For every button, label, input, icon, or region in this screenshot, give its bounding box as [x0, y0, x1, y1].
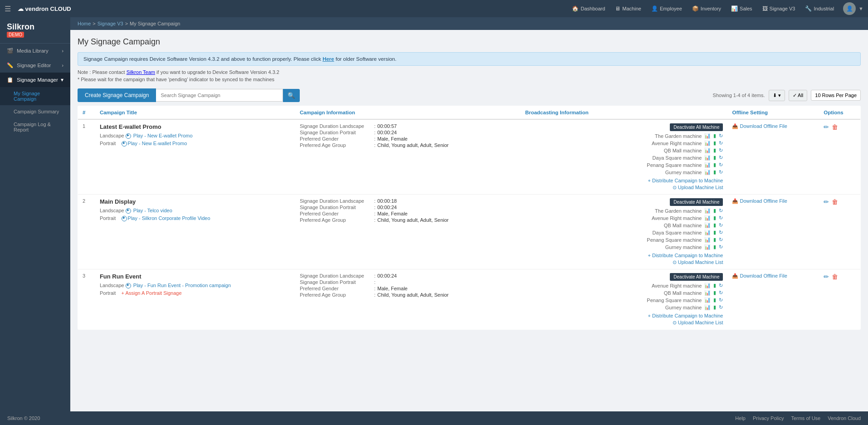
showing-text: Showing 1-4 of 4 items. — [713, 93, 765, 98]
sidebar-item-campaign-log-report[interactable]: Campaign Log & Report — [0, 118, 70, 136]
machine-status-icon: ▮ — [713, 237, 716, 243]
create-signage-campaign-button[interactable]: Create Signage Campaign — [78, 88, 156, 102]
machine-refresh-icon[interactable]: ↻ — [719, 147, 723, 153]
machine-bar-icon[interactable]: 📊 — [704, 304, 711, 310]
machine-bar-icon[interactable]: 📊 — [704, 147, 711, 153]
delete-button[interactable]: 🗑 — [832, 123, 838, 131]
machine-bar-icon[interactable]: 📊 — [704, 237, 711, 243]
nav-inventory[interactable]: 📦 Inventory — [688, 4, 725, 14]
edit-button[interactable]: ✏ — [824, 123, 829, 131]
play-landscape-link[interactable]: Play - Telco video — [133, 208, 172, 213]
machine-row: QB Mall machine 📊 ▮ ↻ — [525, 147, 723, 153]
machine-bar-icon[interactable]: 📊 — [704, 169, 711, 175]
download-offline-file-link[interactable]: 📥 Download Offline File — [732, 198, 787, 204]
machine-row: Daya Square machine 📊 ▮ ↻ — [525, 155, 723, 161]
machine-bar-icon[interactable]: 📊 — [704, 230, 711, 235]
deactivate-all-machine-button[interactable]: Deactivate All Machine — [670, 273, 723, 281]
upload-machine-list-link[interactable]: ⊙ Upload Machine List — [673, 320, 723, 325]
download-icon-button[interactable]: ⬇ ▾ — [769, 90, 785, 101]
machine-row: Gurney machine 📊 ▮ ↻ — [525, 304, 723, 310]
sidebar-item-signage-editor[interactable]: ✏️ Signage Editor › — [0, 58, 70, 73]
distribute-campaign-link[interactable]: + Distribute Campaign to Machine — [648, 178, 723, 183]
table-row: 3 Fun Run Event Landscape Play - Fun Run… — [78, 269, 861, 330]
distribute-campaign-link[interactable]: + Distribute Campaign to Machine — [648, 253, 723, 258]
machine-refresh-icon[interactable]: ↻ — [719, 237, 723, 243]
breadcrumb-home[interactable]: Home — [78, 21, 91, 26]
machine-refresh-icon[interactable]: ↻ — [719, 140, 723, 146]
machine-bar-icon[interactable]: 📊 — [704, 297, 711, 303]
machine-status-icon: ▮ — [713, 162, 716, 168]
machine-refresh-icon[interactable]: ↻ — [719, 155, 723, 161]
machine-refresh-icon[interactable]: ↻ — [719, 244, 723, 250]
nav-machine[interactable]: 🖥 Machine — [611, 4, 645, 14]
rows-per-page-button[interactable]: 10 Rows Per Page — [811, 90, 861, 101]
user-dropdown-icon[interactable]: ▼ — [858, 6, 863, 11]
nav-signage-v3[interactable]: 🖼 Signage V3 — [759, 4, 799, 14]
download-offline-file-link[interactable]: 📥 Download Offline File — [732, 123, 787, 129]
download-offline-file-link[interactable]: 📥 Download Offline File — [732, 273, 787, 278]
machine-refresh-icon[interactable]: ↻ — [719, 222, 723, 228]
user-avatar[interactable]: 👤 — [843, 2, 856, 15]
nav-employee[interactable]: 👤 Employee — [648, 4, 686, 14]
delete-button[interactable]: 🗑 — [832, 273, 838, 280]
machine-refresh-icon[interactable]: ↻ — [719, 297, 723, 303]
edit-button[interactable]: ✏ — [824, 273, 829, 280]
col-options: Options — [819, 106, 860, 120]
play-landscape-link[interactable]: Play - New E-wallet Promo — [133, 133, 193, 138]
breadcrumb-signage-v3[interactable]: Signage V3 — [98, 21, 123, 26]
here-link[interactable]: Here — [322, 56, 334, 62]
machine-status-icon: ▮ — [713, 208, 716, 214]
sidebar-item-media-library[interactable]: 🎬 Media Library › — [0, 44, 70, 58]
sidebar-logo: Silkron DEMO — [0, 17, 70, 44]
search-button[interactable]: 🔍 — [283, 89, 300, 102]
nav-industrial[interactable]: 🔧 Industrial — [801, 4, 838, 14]
delete-button[interactable]: 🗑 — [832, 198, 838, 205]
nav-sales[interactable]: 📊 Sales — [727, 4, 756, 14]
sidebar-item-signage-manager[interactable]: 📋 Signage Manager ▾ — [0, 73, 70, 87]
signage-manager-icon: 📋 — [7, 77, 13, 83]
machine-bar-icon[interactable]: 📊 — [704, 133, 711, 139]
machine-bar-icon[interactable]: 📊 — [704, 244, 711, 250]
machine-bar-icon[interactable]: 📊 — [704, 155, 711, 161]
machine-icon: 🖥 — [615, 5, 620, 12]
note-text: Note : Please contact Silkron Team if yo… — [78, 69, 861, 75]
machine-bar-icon[interactable]: 📊 — [704, 162, 711, 168]
machine-bar-icon[interactable]: 📊 — [704, 208, 711, 214]
filter-button[interactable]: ✓ All — [789, 90, 808, 101]
machine-refresh-icon[interactable]: ↻ — [719, 169, 723, 175]
play-portrait-link[interactable]: Play - New E-wallet Promo — [128, 141, 187, 146]
machine-refresh-icon[interactable]: ↻ — [719, 283, 723, 288]
play-portrait-link[interactable]: Play - Silkron Corporate Profile Video — [128, 215, 210, 221]
machine-refresh-icon[interactable]: ↻ — [719, 230, 723, 235]
upload-machine-list-link[interactable]: ⊙ Upload Machine List — [673, 185, 723, 190]
machine-refresh-icon[interactable]: ↻ — [719, 208, 723, 214]
deactivate-all-machine-button[interactable]: Deactivate All Machine — [670, 123, 723, 131]
machine-bar-icon[interactable]: 📊 — [704, 290, 711, 296]
distribute-campaign-link[interactable]: + Distribute Campaign to Machine — [648, 313, 723, 318]
sidebar-item-my-signage-campaign[interactable]: My Signage Campaign — [0, 87, 70, 105]
machine-status-icon: ▮ — [713, 133, 716, 139]
machine-bar-icon[interactable]: 📊 — [704, 222, 711, 228]
machine-bar-icon[interactable]: 📊 — [704, 140, 711, 146]
machine-refresh-icon[interactable]: ↻ — [719, 162, 723, 168]
machine-refresh-icon[interactable]: ↻ — [719, 133, 723, 139]
nav-dashboard[interactable]: 🏠 Dashboard — [568, 4, 609, 14]
silkron-team-link[interactable]: Silkron Team — [127, 69, 155, 75]
play-portrait-icon — [122, 216, 127, 221]
machine-bar-icon[interactable]: 📊 — [704, 215, 711, 221]
machine-refresh-icon[interactable]: ↻ — [719, 304, 723, 310]
sidebar-item-campaign-summary[interactable]: Campaign Summary — [0, 105, 70, 118]
assign-portrait-link[interactable]: + Assign A Portrait Signage — [122, 290, 182, 296]
deactivate-all-machine-button[interactable]: Deactivate All Machine — [670, 198, 723, 206]
search-input[interactable] — [156, 89, 283, 102]
machine-bar-icon[interactable]: 📊 — [704, 283, 711, 288]
machine-refresh-icon[interactable]: ↻ — [719, 215, 723, 221]
machine-status-icon: ▮ — [713, 169, 716, 175]
play-landscape-link[interactable]: Play - Fun Run Event - Promotion campaig… — [133, 283, 231, 288]
machine-status-icon: ▮ — [713, 297, 716, 303]
edit-button[interactable]: ✏ — [824, 198, 829, 205]
col-broadcast: Broadcasting Information — [521, 106, 728, 120]
upload-machine-list-link[interactable]: ⊙ Upload Machine List — [673, 259, 723, 265]
hamburger-icon[interactable]: ☰ — [5, 5, 11, 13]
machine-refresh-icon[interactable]: ↻ — [719, 290, 723, 296]
